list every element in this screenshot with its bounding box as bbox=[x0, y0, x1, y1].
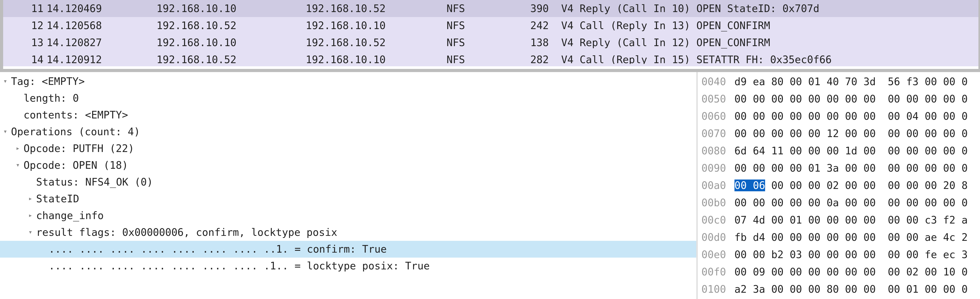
hex-bytes-segment: 00 00 00 20 8 bbox=[888, 179, 968, 191]
tree-row-text: Tag: <EMPTY> bbox=[11, 73, 85, 90]
packet-time: 14.120827 bbox=[46, 34, 156, 51]
lower-split: Tag: <EMPTY>length: 0contents: <EMPTY>Op… bbox=[0, 72, 980, 299]
packet-length: 390 bbox=[530, 0, 561, 17]
hex-bytes-segment: a2 3a 00 00 00 80 00 00 bbox=[735, 283, 876, 295]
detail-tree-row[interactable]: Opcode: PUTFH (22) bbox=[0, 140, 696, 157]
hex-bytes-segment: 07 4d 00 01 00 00 00 00 bbox=[735, 214, 876, 226]
hex-offset: 0090 bbox=[698, 160, 735, 177]
hex-bytes: 07 4d 00 01 00 00 00 0000 00 c3 f2 a bbox=[735, 211, 968, 229]
hex-bytes-segment: 00 00 00 00 00 00 00 00 bbox=[735, 93, 876, 105]
hex-row[interactable]: 00f000 09 00 00 00 00 00 0000 02 00 10 0 bbox=[698, 263, 980, 281]
packet-list[interactable]: 1114.120469192.168.10.10192.168.10.52NFS… bbox=[0, 0, 980, 72]
hex-bytes: fb d4 00 00 00 00 00 0000 00 ae 4c 2 bbox=[735, 229, 968, 246]
hex-offset: 00c0 bbox=[698, 211, 735, 229]
chevron-down-icon[interactable] bbox=[13, 157, 23, 173]
packet-row[interactable]: 1414.120912192.168.10.52192.168.10.10NFS… bbox=[3, 51, 978, 66]
tree-row-text: .... .... .... .... .... .... .... ..1. … bbox=[48, 241, 387, 257]
tree-row-text: .... .... .... .... .... .... .... .1.. … bbox=[48, 257, 430, 274]
packet-number: 13 bbox=[5, 34, 46, 51]
packet-destination: 192.168.10.52 bbox=[306, 34, 447, 51]
chevron-right-icon[interactable] bbox=[25, 190, 36, 207]
hex-bytes: d9 ea 80 00 01 40 70 3d56 f3 00 00 0 bbox=[735, 73, 968, 90]
chevron-down-icon[interactable] bbox=[0, 73, 11, 90]
packet-destination: 192.168.10.10 bbox=[306, 51, 447, 68]
tree-row-text: StateID bbox=[36, 190, 79, 207]
packet-protocol: NFS bbox=[447, 0, 530, 17]
hex-row[interactable]: 009000 00 00 00 01 3a 00 0000 00 00 00 0 bbox=[698, 160, 980, 177]
hex-offset: 0040 bbox=[698, 73, 735, 90]
detail-tree-row[interactable]: result flags: 0x00000006, confirm, lockt… bbox=[0, 224, 696, 241]
packet-number: 14 bbox=[5, 51, 46, 68]
hex-bytes-segment: 00 00 00 00 0 bbox=[888, 128, 968, 139]
hex-offset: 0070 bbox=[698, 125, 735, 142]
hex-offset: 0100 bbox=[698, 281, 735, 298]
hex-bytes-segment: 00 00 ae 4c 2 bbox=[888, 231, 968, 243]
hex-row[interactable]: 00a000 06 00 00 00 02 00 0000 00 00 20 8 bbox=[698, 177, 980, 194]
detail-tree-row[interactable]: Tag: <EMPTY> bbox=[0, 73, 696, 90]
detail-tree-row[interactable]: Opcode: OPEN (18) bbox=[0, 157, 696, 174]
hex-bytes-segment: 00 00 00 00 0 bbox=[888, 145, 968, 157]
hex-row[interactable]: 00d0fb d4 00 00 00 00 00 0000 00 ae 4c 2 bbox=[698, 229, 980, 246]
hex-row[interactable]: 00806d 64 11 00 00 00 1d 0000 00 00 00 0 bbox=[698, 142, 980, 160]
packet-length: 282 bbox=[530, 51, 561, 68]
tree-row-text: length: 0 bbox=[23, 90, 79, 107]
hex-bytes-segment: 00 00 00 00 0 bbox=[888, 162, 968, 174]
packet-protocol: NFS bbox=[447, 51, 530, 68]
tree-row-text: change_info bbox=[36, 207, 103, 224]
packet-info: V4 Reply (Call In 10) OPEN StateID: 0x70… bbox=[561, 0, 978, 17]
tree-row-text: Opcode: OPEN (18) bbox=[23, 157, 128, 174]
detail-tree-row[interactable]: .... .... .... .... .... .... .... .1.. … bbox=[0, 257, 696, 274]
hex-row[interactable]: 007000 00 00 00 00 12 00 0000 00 00 00 0 bbox=[698, 125, 980, 142]
detail-tree-row[interactable]: length: 0 bbox=[0, 90, 696, 107]
hex-bytes: 00 00 00 00 00 00 00 0000 00 00 00 0 bbox=[735, 90, 968, 108]
hex-row[interactable]: 006000 00 00 00 00 00 00 0000 04 00 00 0 bbox=[698, 108, 980, 125]
chevron-down-icon[interactable] bbox=[25, 224, 36, 240]
packet-details-pane[interactable]: Tag: <EMPTY>length: 0contents: <EMPTY>Op… bbox=[0, 72, 696, 299]
packet-length: 138 bbox=[530, 34, 561, 51]
hex-bytes-segment: 00 02 00 10 0 bbox=[888, 266, 968, 278]
tree-row-text: result flags: 0x00000006, confirm, lockt… bbox=[36, 224, 337, 241]
packet-protocol: NFS bbox=[447, 34, 530, 51]
packet-time: 14.120469 bbox=[46, 0, 156, 17]
packet-row[interactable]: 1314.120827192.168.10.10192.168.10.52NFS… bbox=[3, 34, 978, 51]
packet-row[interactable]: 1114.120469192.168.10.10192.168.10.52NFS… bbox=[3, 0, 978, 17]
packet-destination: 192.168.10.52 bbox=[306, 0, 447, 17]
packet-number: 11 bbox=[5, 0, 46, 17]
packet-time: 14.120912 bbox=[46, 51, 156, 68]
hex-bytes-segment: 00 01 00 00 0 bbox=[888, 283, 968, 295]
hex-row[interactable]: 0100a2 3a 00 00 00 80 00 0000 01 00 00 0 bbox=[698, 281, 980, 298]
detail-tree-row[interactable]: .... .... .... .... .... .... .... ..1. … bbox=[0, 241, 696, 257]
hex-row[interactable]: 005000 00 00 00 00 00 00 0000 00 00 00 0 bbox=[698, 90, 980, 108]
hex-offset: 00f0 bbox=[698, 263, 735, 281]
hex-row[interactable]: 0040d9 ea 80 00 01 40 70 3d56 f3 00 00 0 bbox=[698, 73, 980, 90]
detail-tree-row[interactable]: Operations (count: 4) bbox=[0, 123, 696, 140]
packet-bytes-pane[interactable]: 0040d9 ea 80 00 01 40 70 3d56 f3 00 00 0… bbox=[698, 72, 980, 299]
tree-row-text: contents: <EMPTY> bbox=[23, 107, 128, 123]
hex-bytes-segment: 6d 64 11 00 00 00 1d 00 bbox=[735, 145, 876, 157]
hex-row[interactable]: 00c007 4d 00 01 00 00 00 0000 00 c3 f2 a bbox=[698, 211, 980, 229]
hex-bytes-segment: 00 04 00 00 0 bbox=[888, 110, 968, 122]
hex-bytes-segment: fb d4 00 00 00 00 00 00 bbox=[735, 231, 876, 243]
packet-info: V4 Call (Reply In 13) OPEN_CONFIRM bbox=[561, 17, 978, 34]
packet-number: 12 bbox=[5, 17, 46, 34]
hex-row[interactable]: 00b000 00 00 00 00 0a 00 0000 00 00 00 0 bbox=[698, 194, 980, 211]
chevron-right-icon[interactable] bbox=[13, 140, 23, 157]
hex-offset: 00d0 bbox=[698, 229, 735, 246]
hex-row[interactable]: 00e000 00 b2 03 00 00 00 0000 00 fe ec 3 bbox=[698, 246, 980, 263]
hex-bytes-segment: 00 00 00 02 00 00 bbox=[765, 179, 876, 191]
detail-tree-row[interactable]: change_info bbox=[0, 207, 696, 224]
hex-offset: 00b0 bbox=[698, 194, 735, 211]
chevron-right-icon[interactable] bbox=[25, 207, 36, 224]
packet-info: V4 Call (Reply In 15) SETATTR FH: 0x35ec… bbox=[561, 51, 978, 68]
detail-tree-row[interactable]: Status: NFS4_OK (0) bbox=[0, 174, 696, 190]
hex-bytes-segment: 00 00 00 00 00 0a 00 00 bbox=[735, 197, 876, 209]
hex-bytes-segment: 00 00 b2 03 00 00 00 00 bbox=[735, 249, 876, 261]
chevron-down-icon[interactable] bbox=[0, 123, 11, 140]
hex-bytes-segment: 56 f3 00 00 0 bbox=[888, 76, 968, 88]
hex-highlight: 00 06 bbox=[735, 179, 765, 191]
packet-row[interactable]: 1214.120568192.168.10.52192.168.10.10NFS… bbox=[3, 17, 978, 34]
detail-tree-row[interactable]: contents: <EMPTY> bbox=[0, 107, 696, 123]
detail-tree-row[interactable]: StateID bbox=[0, 190, 696, 207]
hex-bytes-segment: 00 00 fe ec 3 bbox=[888, 249, 968, 261]
hex-bytes-segment: 00 00 c3 f2 a bbox=[888, 214, 968, 226]
